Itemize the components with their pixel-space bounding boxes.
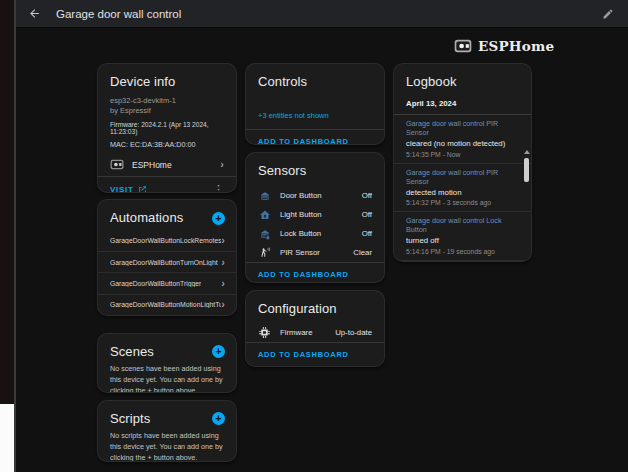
device-info-body: esp32-c3-devkitm-1 by Espressif Firmware… [98,94,236,149]
device-manufacturer: by Espressif [110,106,224,116]
automation-label: GarageDoorWallButtonLockRemotes [110,237,221,244]
sensors-card: Sensors Door Button Off Light Button Off… [245,152,385,283]
logbook-message: turned off [406,236,519,245]
logbook-time: 5:14:16 PM - 19 seconds ago [406,248,519,255]
scenes-header: Scenes + [98,334,236,362]
config-name: Firmware [280,328,313,337]
configuration-footer: ADD TO DASHBOARD [246,342,384,367]
visit-label: VISIT [110,185,134,193]
logbook-title: Logbook [394,64,531,94]
automations-card: Automations + GarageDoorWallButtonLockRe… [97,199,237,316]
add-to-dashboard-button[interactable]: ADD TO DASHBOARD [258,350,349,359]
sensor-state: Off [362,229,372,238]
automation-item[interactable]: GarageDoorWallButtonTrigger › [98,272,236,293]
add-to-dashboard-button[interactable]: ADD TO DASHBOARD [258,137,349,145]
device-mac: MAC: EC:DA:3B:AA:D0:00 [110,140,224,149]
top-app-bar: Garage door wall control [16,0,628,28]
entities-not-shown-link[interactable]: +3 entities not shown [246,94,384,129]
add-script-button[interactable]: + [212,412,225,425]
garage-lock-icon [259,228,271,240]
logbook-entity-link[interactable]: Garage door wall control PIR Sensor [406,119,519,137]
scroll-up-arrow-icon[interactable] [524,150,530,154]
logbook-entry: Garage door wall control PIR Sensor clea… [394,115,531,164]
automation-label: GarageDoorWallButtonMotionLightTurnOr [110,301,221,308]
device-firmware: Firmware: 2024.2.1 (Apr 13 2024, 11:23:0… [110,121,224,135]
back-button[interactable] [24,4,44,24]
integration-label: ESPHome [132,160,172,170]
logbook-entry: Garage door wall control PIR Sensor dete… [394,164,531,213]
sensors-title: Sensors [246,153,384,186]
esphome-logo-icon [110,159,124,170]
edit-device-button[interactable] [598,4,618,24]
logbook-entry: Garage door wall control Light Button tu… [394,261,531,263]
scenes-card: Scenes + No scenes have been added using… [97,333,237,393]
sensor-state: Clear [353,248,372,257]
scenes-empty-text: No scenes have been added using this dev… [98,362,236,393]
scripts-title: Scripts [98,401,162,429]
home-lightbulb-icon [259,209,271,221]
sensor-row-door-button[interactable]: Door Button Off [246,186,384,205]
logbook-list: Garage door wall control PIR Sensor clea… [394,115,531,262]
controls-card: Controls +3 entities not shown ADD TO DA… [245,63,385,145]
chevron-right-icon: › [221,278,225,289]
overflow-menu-button[interactable]: ⋮ [213,184,224,193]
automation-item[interactable]: GarageDoorWallButtonTurnOnLight › [98,251,236,272]
controls-title: Controls [246,64,384,94]
chevron-right-icon: › [221,299,225,310]
pencil-icon [602,8,614,20]
device-model: esp32-c3-devkitm-1 [110,96,224,106]
add-automation-button[interactable]: + [212,212,225,225]
sensor-row-pir-sensor[interactable]: PIR Sensor Clear [246,243,384,262]
window-edge-dark [0,0,14,404]
configuration-title: Configuration [246,291,384,322]
automation-label: GarageDoorWallButtonTrigger [110,280,201,287]
integration-brand[interactable]: ESPHome [454,38,554,54]
automation-item[interactable]: GarageDoorWallButtonMotionLightTurnOr › [98,294,236,315]
scenes-title: Scenes [98,334,166,362]
automations-title: Automations [98,200,195,230]
chip-icon [258,326,271,339]
brand-name: ESPHome [478,38,554,54]
configuration-card: Configuration Firmware Up-to-date ADD TO… [245,290,385,367]
device-info-footer: VISIT ⋮ [98,176,236,193]
scripts-header: Scripts + [98,401,236,429]
sensor-state: Off [362,191,372,200]
controls-footer: ADD TO DASHBOARD [246,129,384,145]
sensor-row-lock-button[interactable]: Lock Button Off [246,224,384,243]
arrow-left-icon [28,7,41,20]
automation-label: GarageDoorWallButtonTurnOnLight [110,259,218,266]
sensor-name: PIR Sensor [280,248,320,257]
chevron-right-icon: › [221,235,225,246]
sensor-row-light-button[interactable]: Light Button Off [246,205,384,224]
device-info-card: Device info esp32-c3-devkitm-1 by Espres… [97,63,237,193]
automations-header: Automations + [98,200,236,230]
chevron-right-icon: › [221,257,225,268]
logbook-time: 5:14:35 PM - Now [406,151,519,158]
scrollbar-thumb[interactable] [524,158,529,182]
sensors-footer: ADD TO DASHBOARD [246,262,384,283]
logbook-entry: Garage door wall control Lock Button tur… [394,212,531,261]
add-scene-button[interactable]: + [212,345,225,358]
logbook-scrollbar[interactable] [523,150,529,262]
integration-row-esphome[interactable]: ESPHome › [98,153,236,176]
add-to-dashboard-button[interactable]: ADD TO DASHBOARD [258,270,349,279]
chevron-right-icon: › [220,159,224,170]
automation-item[interactable]: GarageDoorWallButtonLockRemotes › [98,230,236,251]
device-info-title: Device info [98,64,236,94]
window-edge-light [0,404,14,472]
logbook-time: 5:14:32 PM - 3 seconds ago [406,199,519,206]
logbook-entity-link[interactable]: Garage door wall control Lock Button [406,216,519,234]
config-state: Up-to-date [335,328,372,337]
motion-sensor-icon [259,247,271,259]
sensor-state: Off [362,210,372,219]
open-in-new-icon [138,185,147,193]
logbook-card: Logbook April 13, 2024 Garage door wall … [393,63,532,262]
logbook-message: cleared (no motion detected) [406,139,519,148]
visit-link[interactable]: VISIT [110,185,147,193]
scripts-card: Scripts + No scripts have been added usi… [97,400,237,462]
logbook-entity-link[interactable]: Garage door wall control PIR Sensor [406,168,519,186]
sensor-name: Light Button [280,210,322,219]
sensor-name: Door Button [280,191,322,200]
config-row-firmware[interactable]: Firmware Up-to-date [246,322,384,342]
scripts-empty-text: No scripts have been added using this de… [98,429,236,462]
